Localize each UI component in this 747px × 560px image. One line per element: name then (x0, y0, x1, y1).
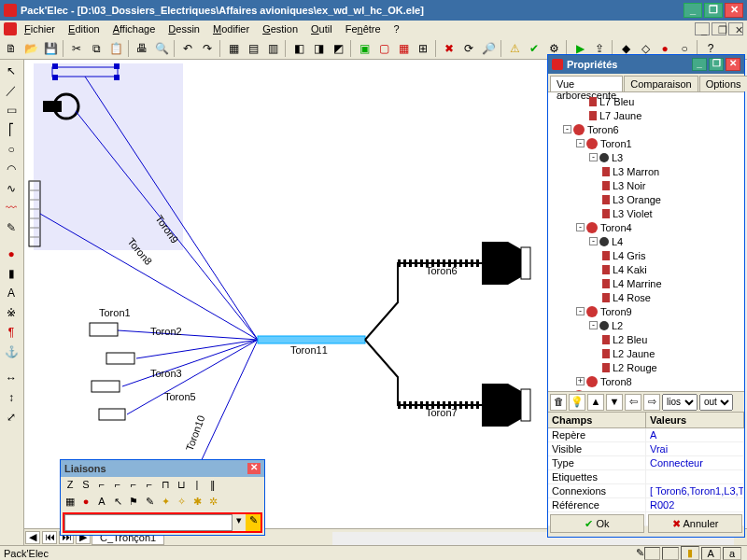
liaison-tool-y4[interactable]: ✲ (205, 495, 220, 510)
paste-icon[interactable]: 📋 (106, 39, 125, 58)
snap-icon[interactable]: ⊞ (414, 39, 432, 58)
minimize-button[interactable]: _ (684, 3, 702, 18)
menu-edit[interactable]: Edition (63, 22, 106, 35)
tree-item[interactable]: -L2 (550, 318, 742, 332)
tree-item[interactable]: L4 Kaki (550, 262, 742, 276)
menu-modify[interactable]: Modifier (207, 22, 255, 35)
ok-button[interactable]: Ok (550, 514, 644, 533)
tree-item[interactable]: -L3 (550, 150, 742, 164)
tree-item[interactable]: L7 Jaune (550, 108, 742, 122)
label-icon[interactable]: ¶ (2, 323, 21, 342)
menu-tool[interactable]: Outil (305, 22, 338, 35)
pencil-icon[interactable]: ✎ (2, 218, 21, 237)
tree-item[interactable]: L3 Orange (550, 192, 742, 206)
tree-left-icon[interactable]: ⇦ (625, 394, 641, 411)
grid-row[interactable]: Connexions[ Toron6,Toron1,L3,To... (548, 484, 744, 498)
tree-up-icon[interactable]: ▲ (587, 394, 604, 411)
liaison-shape-i2[interactable]: ‖ (205, 478, 220, 493)
tab-first-icon[interactable]: ⏮ (42, 531, 57, 544)
anchor-icon[interactable]: ⚓ (2, 343, 21, 361)
layer-icon[interactable]: ▦ (224, 39, 243, 58)
tool-a-icon[interactable]: ◧ (289, 39, 308, 58)
tree-item[interactable]: -Toron4 (550, 220, 742, 234)
liaisons-input[interactable] (64, 514, 233, 531)
tab-prev-icon[interactable]: ◀ (25, 531, 40, 544)
liaison-shape-l2[interactable]: ⌐ (110, 478, 125, 493)
text-icon[interactable]: A (2, 284, 21, 302)
open-icon[interactable]: 📂 (21, 39, 40, 58)
tree-item[interactable]: L3 Violet (550, 206, 742, 220)
liaison-shape-l3[interactable]: ⌐ (126, 478, 141, 493)
tree-item[interactable]: -Toron1 (550, 136, 742, 150)
dim2-icon[interactable]: ↕ (2, 388, 21, 407)
line-icon[interactable]: ／ (2, 81, 21, 100)
tree-item[interactable]: L3 Marron (550, 164, 742, 178)
tree-select-a[interactable]: lios (662, 394, 698, 411)
layer2-icon[interactable]: ▤ (244, 39, 262, 58)
tree-down-icon[interactable]: ▼ (606, 394, 623, 411)
properties-maximize-icon[interactable]: ❐ (709, 58, 724, 71)
liaison-shape-z[interactable]: Z (63, 478, 78, 493)
cut-icon[interactable]: ✂ (67, 39, 86, 58)
tab-compare[interactable]: Comparaison (624, 76, 698, 91)
properties-minimize-icon[interactable]: _ (692, 58, 707, 71)
tree-item[interactable]: L2 Rouge (550, 360, 742, 374)
zoom-fit-icon[interactable]: ▣ (355, 39, 374, 58)
polyline-icon[interactable]: ∿ (2, 179, 21, 198)
liaisons-titlebar[interactable]: Liaisons ✕ (61, 460, 264, 477)
liaisons-dropdown-icon[interactable]: ▾ (233, 514, 246, 531)
grid-icon[interactable]: ▦ (394, 39, 413, 58)
properties-titlebar[interactable]: Propriétés _ ❐ ✕ (548, 55, 744, 74)
connector-icon[interactable]: ▮ (2, 264, 21, 283)
layer3-icon[interactable]: ▥ (263, 39, 282, 58)
tree-select-b[interactable]: out (699, 394, 733, 411)
circle-icon[interactable]: ○ (2, 140, 21, 159)
grid-row[interactable]: RéférenceR002 (548, 498, 744, 512)
cancel-icon[interactable]: ✖ (440, 39, 458, 58)
liaison-tool-flag[interactable]: ⚑ (126, 495, 141, 510)
liaison-tool-pen[interactable]: ✎ (142, 495, 157, 510)
liaisons-edit-icon[interactable]: ✎ (246, 514, 261, 531)
dim-icon[interactable]: ↔ (2, 369, 21, 387)
tree-delete-icon[interactable]: 🗑 (550, 394, 567, 411)
tree-item[interactable]: L4 Rose (550, 290, 742, 304)
tab-options[interactable]: Options (699, 76, 747, 91)
tool-b-icon[interactable]: ◨ (309, 39, 328, 58)
tree-hint-icon[interactable]: 💡 (569, 394, 585, 411)
preview-icon[interactable]: 🔍 (152, 39, 171, 58)
tree-item[interactable]: -Toron9 (550, 304, 742, 318)
properties-tree[interactable]: L7 BleuL7 Jaune-Toron6-Toron1-L3L3 Marro… (548, 92, 744, 391)
menu-draw[interactable]: Dessin (162, 22, 205, 35)
copy-icon[interactable]: ⧉ (87, 39, 106, 58)
liaison-shape-u2[interactable]: ⊔ (174, 478, 189, 493)
grid-row[interactable]: VisibleVrai (548, 442, 744, 456)
mdi-close[interactable]: ✕ (728, 22, 743, 35)
properties-close-icon[interactable]: ✕ (726, 58, 740, 71)
tree-item[interactable]: -Toron6 (550, 122, 742, 136)
check-icon[interactable]: ✔ (525, 39, 543, 58)
redo-icon[interactable]: ↷ (198, 39, 217, 58)
liaison-shape-s[interactable]: S (78, 478, 93, 493)
liaison-tool-y1[interactable]: ✦ (158, 495, 173, 510)
grid-row[interactable]: RepèreA (548, 428, 744, 442)
tree-right-icon[interactable]: ⇨ (643, 394, 660, 411)
liaisons-close-icon[interactable]: ✕ (247, 463, 261, 474)
status-edit-icon[interactable]: ✎ (636, 547, 644, 559)
new-icon[interactable]: 🗎 (2, 39, 21, 58)
curve-icon[interactable]: 〰 (2, 199, 21, 217)
node-icon[interactable]: ● (2, 245, 21, 263)
menu-file[interactable]: FFichierichier (19, 22, 61, 35)
liaison-tool-y2[interactable]: ✧ (174, 495, 189, 510)
liaison-tool-y3[interactable]: ✱ (190, 495, 204, 510)
grid-row[interactable]: TypeConnecteur (548, 456, 744, 470)
pointer-icon[interactable]: ↖ (2, 62, 21, 80)
mdi-restore[interactable]: ❐ (712, 22, 726, 35)
cancel-button[interactable]: Annuler (648, 514, 742, 533)
brace-icon[interactable]: ⎡ (2, 120, 21, 139)
liaison-tool-node[interactable]: ● (78, 495, 93, 510)
symbol-icon[interactable]: ※ (2, 303, 21, 322)
find-icon[interactable]: 🔎 (479, 39, 498, 58)
liaison-tool-a[interactable]: A (94, 495, 109, 510)
tree-item[interactable]: L4 Gris (550, 248, 742, 262)
tree-item[interactable]: +Toron8 (550, 374, 742, 388)
